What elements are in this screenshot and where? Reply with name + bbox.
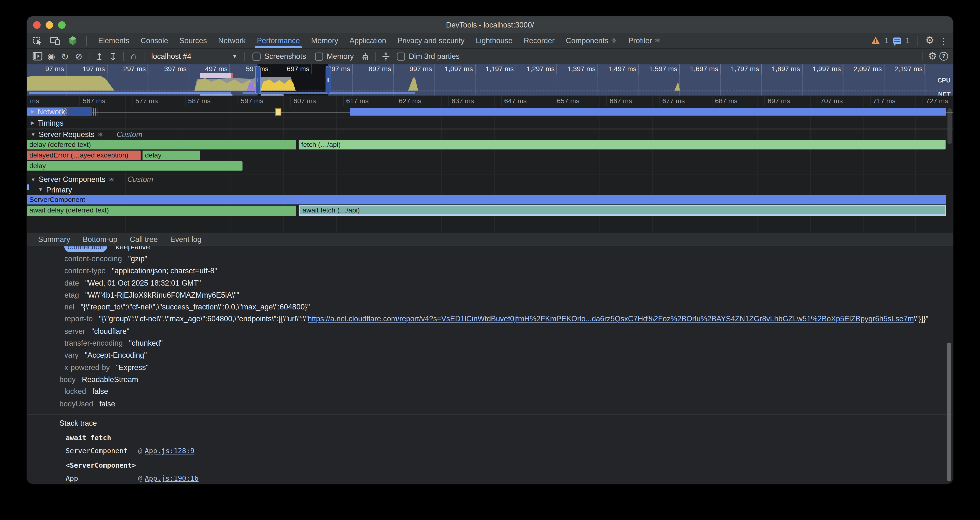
message-count: 1: [905, 36, 910, 45]
tab-privacy-security[interactable]: Privacy and security: [392, 33, 470, 48]
header-row[interactable]: date "Wed, 01 Oct 2025 18:32:01 GMT": [59, 277, 953, 289]
upload-profile-icon[interactable]: ↥: [93, 49, 106, 63]
tab-sources[interactable]: Sources: [174, 33, 213, 48]
dim-3rd-parties-checkbox[interactable]: Dim 3rd parties: [397, 52, 460, 60]
timings-track-label[interactable]: ▶ Timings: [27, 118, 67, 127]
flame-bar-delay-2[interactable]: delay: [143, 151, 200, 160]
summary-scrollbar[interactable]: [947, 342, 951, 481]
device-toolbar-icon[interactable]: [49, 34, 61, 48]
ruler-tick: 1,697 ms: [680, 64, 721, 74]
panel-settings-gear-icon[interactable]: ⚙: [926, 49, 939, 63]
ruler-tick: 897 ms: [353, 64, 394, 74]
property-row[interactable]: bodyUsed false: [59, 398, 953, 410]
tab-network[interactable]: Network: [212, 33, 251, 48]
network-track-label[interactable]: ▶ Network: [27, 107, 69, 116]
ruler-tick: 717 ms: [870, 96, 923, 106]
tab-profiler[interactable]: Profiler⚛: [623, 33, 666, 48]
settings-gear-icon[interactable]: ⚙: [926, 36, 934, 46]
header-row[interactable]: content-type "application/json; charset=…: [59, 265, 953, 277]
header-row[interactable]: transfer-encoding "chunked": [59, 337, 953, 349]
memory-checkbox[interactable]: Memory: [315, 52, 354, 60]
server-components-header[interactable]: ▼ Server Components ⚛ — Custom: [27, 174, 953, 184]
close-button[interactable]: [33, 21, 40, 29]
header-row-report-to[interactable]: report-to "{\"group\":\"cf-nel\",\"max_a…: [59, 313, 953, 325]
timings-track-row[interactable]: ▶ Timings: [27, 118, 953, 129]
source-location-link[interactable]: App.js:190:16: [145, 474, 199, 483]
minimize-button[interactable]: [46, 21, 53, 29]
tab-application[interactable]: Application: [344, 33, 392, 48]
reload-record-icon[interactable]: ↻: [59, 49, 72, 63]
tab-lighthouse[interactable]: Lighthouse: [470, 33, 518, 48]
details-tab[interactable]: Call tree: [124, 235, 164, 243]
screenshots-checkbox[interactable]: Screenshots: [253, 52, 306, 60]
details-tab[interactable]: Bottom-up: [76, 235, 124, 243]
network-request-bar-blue[interactable]: [350, 108, 946, 116]
selection-right-handle[interactable]: ‖: [326, 65, 331, 94]
network-track-grip[interactable]: [93, 108, 98, 116]
issues-message-icon[interactable]: [893, 38, 901, 44]
ruler-tick: 707 ms: [817, 96, 870, 106]
flame-bar-await-delay[interactable]: await delay (deferred text): [27, 206, 296, 216]
tab-recorder[interactable]: Recorder: [518, 33, 560, 48]
inspect-element-icon[interactable]: [31, 34, 44, 48]
dock-panel-icon[interactable]: [31, 49, 44, 63]
zoom-button[interactable]: [58, 21, 65, 29]
property-row[interactable]: body ReadableStream: [59, 374, 953, 385]
devtools-window: DevTools - localhost:3000/: [27, 16, 953, 484]
vue-devtools-icon[interactable]: [66, 34, 79, 48]
home-live-metrics-icon[interactable]: ⌂: [127, 49, 140, 63]
history-select[interactable]: localhost #4 ▼: [148, 50, 241, 62]
details-tab[interactable]: Event log: [164, 235, 208, 243]
flame-bar-delayed-error[interactable]: delayedError (…ayed exception): [27, 151, 141, 160]
tab-memory[interactable]: Memory: [305, 33, 344, 48]
header-row[interactable]: content-encoding "gzip": [59, 253, 953, 265]
tab-console[interactable]: Console: [135, 33, 174, 48]
cpu-net-divider: [27, 91, 953, 91]
report-endpoint-link[interactable]: https://a.nel.cloudflare.com/report/v4?s…: [308, 315, 914, 323]
header-row[interactable]: etag "W/\"4b1-RjEJloX9kRinu6F0MAZMmy6E5i…: [59, 289, 953, 301]
ruler-tick: 567 ms: [80, 96, 132, 106]
tab-components[interactable]: Components⚛: [560, 33, 623, 48]
flame-bar-delay-deferred[interactable]: delay (deferred text): [27, 140, 296, 149]
title-bar: DevTools - localhost:3000/: [27, 16, 953, 33]
download-profile-icon[interactable]: ↧: [107, 49, 119, 63]
divider: [89, 52, 89, 61]
warning-icon[interactable]: !: [872, 37, 880, 45]
react-atom-icon: ⚛: [108, 175, 115, 184]
ruler-tick: 587 ms: [185, 96, 237, 106]
source-location-link[interactable]: App.js:128:9: [145, 447, 194, 455]
flame-bar-fetch-api[interactable]: fetch (…/api): [299, 140, 946, 149]
garbage-collect-icon[interactable]: [359, 49, 371, 63]
selection-left-handle[interactable]: ‖: [255, 65, 261, 94]
timeline-overview[interactable]: 97 ms197 ms297 ms397 ms497 ms597 ms697 m…: [27, 64, 953, 96]
tab-elements[interactable]: Elements: [92, 33, 135, 48]
header-row[interactable]: vary "Accept-Encoding": [59, 349, 953, 361]
flame-bar-delay-3[interactable]: delay: [27, 161, 242, 171]
divider: [86, 36, 87, 45]
checkbox-box: [253, 52, 261, 60]
cpu-track-label: CPU: [937, 77, 951, 84]
ruler-tick: 1,497 ms: [598, 64, 639, 74]
header-row[interactable]: nel "{\"report_to\":\"cf-nel\",\"success…: [59, 301, 953, 313]
react-atom-icon: ⚛: [611, 37, 617, 45]
network-track-row[interactable]: ▶ Network: [27, 107, 953, 118]
record-icon[interactable]: ◉: [45, 49, 57, 63]
header-row[interactable]: server "cloudflare": [59, 325, 953, 337]
clear-icon[interactable]: ⊘: [73, 49, 85, 63]
header-row[interactable]: connection "keep-alive": [59, 246, 953, 253]
header-row[interactable]: x-powered-by "Express": [59, 361, 953, 374]
property-row[interactable]: locked false: [59, 385, 953, 398]
primary-group-header[interactable]: ▼ Primary: [27, 184, 953, 195]
ruler-tick: 637 ms: [448, 96, 501, 106]
details-tab[interactable]: Summary: [32, 235, 76, 243]
ruler-tick: 797 ms: [312, 64, 353, 74]
kebab-menu-icon[interactable]: ⋮: [939, 36, 948, 45]
network-request-bar-yellow[interactable]: [275, 108, 281, 116]
server-requests-header[interactable]: ▼ Server Requests ⚛ — Custom: [27, 129, 953, 139]
flame-bar-await-fetch-selected[interactable]: await fetch (…/api): [299, 205, 946, 216]
overview-ruler: 97 ms197 ms297 ms397 ms497 ms597 ms697 m…: [27, 64, 925, 74]
tab-performance[interactable]: Performance: [251, 33, 305, 48]
flame-bar-server-component[interactable]: ServerComponent: [27, 195, 946, 205]
collapse-sections-icon[interactable]: [379, 49, 392, 63]
help-icon[interactable]: ?: [939, 52, 948, 60]
